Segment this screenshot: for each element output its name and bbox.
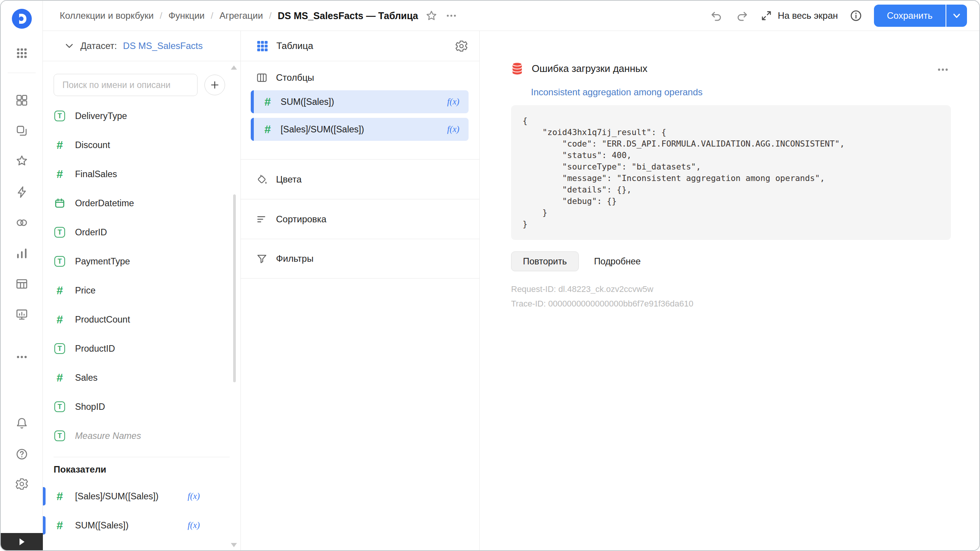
colors-section[interactable]: Цвета [241,159,479,199]
colors-icon [256,174,268,185]
string-field-icon [54,343,65,354]
favorite-star-icon[interactable] [423,8,439,24]
formula-icon[interactable] [447,97,459,107]
number-field-icon [54,139,66,151]
apps-grid-icon[interactable] [15,46,29,60]
add-field-button[interactable] [204,75,225,95]
field-row[interactable]: FinalSales [43,160,240,189]
filters-section[interactable]: Фильтры [241,239,479,279]
info-icon[interactable] [848,8,864,24]
field-row[interactable]: Sales [43,363,240,392]
measure-row[interactable]: SUM([Sales]) [43,511,240,540]
chart-config-panel: Таблица Столбцы SUM([Sales]) [Sales]/SUM… [241,31,480,550]
column-pill-label: SUM([Sales]) [281,97,334,107]
details-button[interactable]: Подробнее [594,256,641,267]
error-code-block: { "zoid43hx1q7ij_result": { "code": "ERR… [511,105,951,240]
sorting-section[interactable]: Сортировка [241,199,479,239]
field-row[interactable]: ProductCount [43,305,240,334]
measure-name: [Sales]/SUM([Sales]) [75,491,158,502]
save-button[interactable]: Сохранить [874,5,946,27]
notifications-bell-icon[interactable] [15,416,29,430]
error-details-link[interactable]: Inconsistent aggregation among operands [531,87,702,98]
collapse-panel-button[interactable] [1,533,43,550]
field-name: Measure Names [75,431,141,441]
fullscreen-button[interactable]: На весь экран [760,10,838,22]
preview-area: Ошибка загрузки данных Inconsistent aggr… [480,31,979,550]
chevron-down-icon[interactable] [64,41,74,51]
columns-drop-zone: SUM([Sales]) [Sales]/SUM([Sales]) [241,89,479,159]
field-row-measure-names[interactable]: Measure Names [43,421,240,450]
field-name: Price [75,285,96,296]
scroll-down-arrow[interactable] [231,543,237,547]
breadcrumb-aggregations[interactable]: Агрегации [219,10,263,21]
scroll-up-arrow[interactable] [231,65,237,70]
breadcrumb-collections[interactable]: Коллекции и воркбуки [60,10,154,21]
collections-icon[interactable] [15,124,29,138]
field-row[interactable]: ProductID [43,334,240,363]
charts-icon[interactable] [15,246,29,260]
fullscreen-label: На весь экран [778,10,838,21]
filters-section-label: Фильтры [276,253,314,264]
column-pill[interactable]: [Sales]/SUM([Sales]) [251,118,469,141]
field-row[interactable]: PaymentType [43,247,240,276]
save-options-button[interactable] [946,5,967,27]
string-field-icon [54,430,65,441]
datasets-table-icon[interactable] [15,277,29,291]
field-row[interactable]: OrderID [43,218,240,247]
search-input[interactable] [54,74,198,96]
undo-icon[interactable] [708,8,724,24]
settings-gear-icon[interactable] [15,477,29,491]
more-actions-icon[interactable] [443,8,459,24]
field-row[interactable]: DeliveryType [43,101,240,130]
table-visualization-icon [256,40,269,52]
measure-row-partial[interactable] [43,540,240,550]
error-block: Ошибка загрузки данных Inconsistent aggr… [480,31,979,309]
more-icon[interactable] [15,350,29,364]
expand-icon [760,10,773,22]
filters-funnel-icon [256,253,268,264]
dataset-panel: Датасет: DS MS_SalesFacts DeliveryType D… [43,31,241,550]
formula-icon[interactable] [188,520,200,530]
field-row[interactable]: Discount [43,130,240,160]
dataset-name-link[interactable]: DS MS_SalesFacts [123,41,203,51]
field-row[interactable]: OrderDatetime [43,189,240,218]
relations-icon[interactable] [15,216,29,230]
error-menu-icon[interactable] [935,62,951,78]
request-id: Request-ID: dl.48223_ck.ozv2ccvw5w [511,284,951,294]
scrollbar-thumb[interactable] [233,194,236,382]
visualization-header[interactable]: Таблица [241,31,479,61]
field-name: FinalSales [75,169,117,179]
column-pill[interactable]: SUM([Sales]) [251,90,469,113]
breadcrumb-functions[interactable]: Функции [168,10,205,21]
fields-list: DeliveryType Discount FinalSales OrderDa… [43,101,240,450]
formula-icon[interactable] [447,124,459,134]
page-title: DS MS_SalesFacts — Таблица [278,10,418,21]
app-window: Коллекции и воркбуки Функции Агрегации D… [0,0,980,551]
breadcrumb-separator [160,10,162,21]
columns-section-header: Столбцы [241,61,479,89]
field-name: ShopID [75,402,105,412]
redo-icon[interactable] [734,8,750,24]
number-field-icon [54,168,66,180]
datalens-logo-icon[interactable] [11,8,32,29]
favorites-star-icon[interactable] [15,154,29,168]
formula-icon[interactable] [188,491,200,501]
help-icon[interactable] [15,447,29,461]
connections-bolt-icon[interactable] [15,185,29,199]
editor-monitor-icon[interactable] [15,308,29,321]
measure-row[interactable]: [Sales]/SUM([Sales]) [43,482,240,511]
number-field-icon [54,313,66,326]
retry-button[interactable]: Повторить [511,251,579,271]
dashboards-icon[interactable] [15,93,29,107]
field-row[interactable]: ShopID [43,392,240,421]
field-name: ProductCount [75,315,130,325]
field-name: Sales [75,373,98,383]
number-field-icon [261,123,274,135]
settings-gear-icon[interactable] [455,40,468,52]
colors-section-label: Цвета [276,174,302,185]
field-row[interactable]: Price [43,276,240,305]
measures-list: [Sales]/SUM([Sales]) SUM([Sales]) [43,482,240,550]
string-field-icon [54,111,65,121]
error-title: Ошибка загрузки данных [532,63,647,75]
field-name: PaymentType [75,256,130,267]
